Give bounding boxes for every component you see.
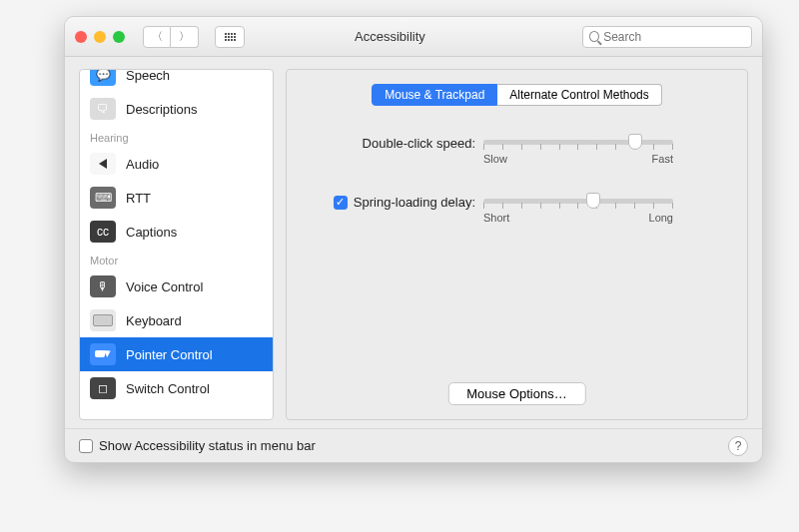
sidebar-item-label: Keyboard — [126, 313, 182, 328]
tab-alternate-control[interactable]: Alternate Control Methods — [497, 84, 661, 106]
keyboard-icon — [90, 309, 116, 331]
tab-mouse-trackpad[interactable]: Mouse & Trackpad — [372, 84, 497, 106]
double-click-slider[interactable] — [483, 140, 673, 145]
sidebar-item-switch-control[interactable]: ◻ Switch Control — [80, 371, 273, 405]
sidebar-item-label: Switch Control — [126, 381, 210, 396]
sidebar-item-label: Voice Control — [126, 279, 203, 294]
nav-buttons: 〈 〉 — [143, 26, 199, 48]
sidebar-item-voice-control[interactable]: 🎙 Voice Control — [80, 269, 273, 303]
section-header-motor: Motor — [80, 249, 273, 269]
pointer-control-icon — [90, 343, 116, 365]
back-button[interactable]: 〈 — [143, 26, 171, 48]
voice-control-icon: 🎙 — [90, 275, 116, 297]
category-sidebar[interactable]: 💬 Speech 🗨 Descriptions Hearing Audio ⌨ … — [79, 69, 274, 420]
sidebar-item-speech[interactable]: 💬 Speech — [80, 69, 273, 92]
show-all-button[interactable] — [215, 26, 245, 48]
slider-thumb[interactable] — [586, 193, 600, 209]
sidebar-item-label: Captions — [126, 225, 177, 240]
window-title: Accessibility — [355, 29, 425, 44]
show-status-checkbox[interactable] — [79, 439, 93, 453]
section-header-hearing: Hearing — [80, 126, 273, 147]
slider-min-label: Slow — [483, 153, 507, 165]
accessibility-preferences-window: 〈 〉 Accessibility 💬 Speech 🗨 Descripti — [64, 16, 763, 463]
slider-min-label: Short — [483, 212, 509, 224]
sidebar-item-keyboard[interactable]: Keyboard — [80, 303, 273, 337]
switch-control-icon: ◻ — [90, 377, 116, 399]
setting-spring-loading-delay: ✓ Spring-loading delay: Short Long — [301, 195, 733, 224]
slider-max-label: Fast — [652, 153, 673, 165]
search-field[interactable] — [582, 26, 752, 48]
spring-loading-label: Spring-loading delay: — [354, 195, 475, 210]
rtt-icon: ⌨ — [90, 187, 116, 209]
search-icon — [589, 31, 599, 42]
close-window-button[interactable] — [75, 31, 87, 43]
speech-icon: 💬 — [90, 69, 116, 86]
sidebar-item-label: Audio — [126, 157, 159, 172]
audio-icon — [90, 153, 116, 175]
slider-thumb[interactable] — [628, 134, 642, 150]
double-click-label: Double-click speed: — [363, 136, 475, 151]
forward-button[interactable]: 〉 — [171, 26, 199, 48]
sidebar-item-captions[interactable]: cc Captions — [80, 215, 273, 249]
chevron-right-icon: 〉 — [179, 29, 190, 44]
mouse-options-button[interactable]: Mouse Options… — [447, 382, 585, 405]
titlebar: 〈 〉 Accessibility — [65, 17, 762, 57]
settings-pane: Mouse & Trackpad Alternate Control Metho… — [286, 69, 748, 420]
descriptions-icon: 🗨 — [90, 98, 116, 120]
captions-icon: cc — [90, 221, 116, 243]
spring-loading-slider[interactable] — [483, 199, 673, 204]
chevron-left-icon: 〈 — [152, 29, 163, 44]
help-icon: ? — [735, 439, 742, 453]
spring-loading-checkbox[interactable]: ✓ — [334, 196, 348, 210]
setting-double-click-speed: Double-click speed: Slow Fast — [301, 136, 733, 165]
show-status-label: Show Accessibility status in menu bar — [99, 438, 316, 453]
sidebar-item-label: Speech — [126, 69, 170, 83]
minimize-window-button[interactable] — [94, 31, 106, 43]
sidebar-item-descriptions[interactable]: 🗨 Descriptions — [80, 92, 273, 126]
help-button[interactable]: ? — [728, 436, 748, 456]
sidebar-item-rtt[interactable]: ⌨ RTT — [80, 181, 273, 215]
window-controls — [75, 31, 125, 43]
sidebar-item-audio[interactable]: Audio — [80, 147, 273, 181]
zoom-window-button[interactable] — [113, 31, 125, 43]
tab-bar: Mouse & Trackpad Alternate Control Metho… — [301, 84, 733, 106]
slider-max-label: Long — [649, 212, 673, 224]
search-input[interactable] — [603, 30, 745, 44]
footer: Show Accessibility status in menu bar ? — [65, 428, 762, 462]
grid-icon — [225, 33, 236, 41]
sidebar-item-label: Pointer Control — [126, 347, 213, 362]
sidebar-item-label: RTT — [126, 191, 151, 206]
sidebar-item-label: Descriptions — [126, 102, 198, 117]
sidebar-item-pointer-control[interactable]: Pointer Control — [80, 337, 273, 371]
